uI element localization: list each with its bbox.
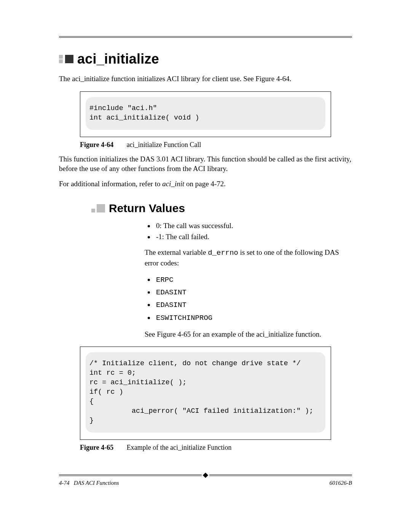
heading-1-row: aci_initialize	[59, 51, 352, 67]
code-block-1: #include "aci.h" int aci_initialize( voi…	[89, 104, 322, 123]
list-item: ESWITCHINPROG	[155, 312, 352, 324]
diamond-icon	[203, 473, 208, 478]
footer-right: 601626-B	[330, 480, 352, 486]
list-item: EDASINT	[155, 286, 352, 299]
post-fig1-p1: This function initializes the DAS 3.01 A…	[59, 154, 352, 174]
return-values-block: 0: The call was successful. -1: The call…	[145, 220, 352, 339]
code-figure-1: #include "aci.h" int aci_initialize( voi…	[80, 91, 331, 137]
footer-rule	[59, 474, 352, 478]
list-item: ERPC	[155, 273, 352, 286]
code-inset-1: #include "aci.h" int aci_initialize( voi…	[86, 97, 325, 130]
errno-pre: The external variable	[145, 248, 208, 256]
figure-1-caption: Figure 4-64 aci_initialize Function Call	[80, 141, 352, 149]
error-code: EDASINT	[156, 301, 186, 309]
page-footer: 4-74 DAS ACI Functions 601626-B	[59, 474, 352, 486]
figure-2-caption: Figure 4-65 Example of the aci_initializ…	[80, 444, 352, 452]
error-code: ESWITCHINPROG	[156, 314, 212, 322]
footer-chapter-title: DAS ACI Functions	[74, 480, 119, 486]
list-item: EDASINT	[155, 299, 352, 311]
figure-2-label: Figure 4-65	[80, 444, 113, 451]
page: aci_initialize The aci_initialize functi…	[0, 0, 411, 532]
post-fig1-p2: For additional information, refer to aci…	[59, 179, 352, 189]
intro-paragraph: The aci_initialize function initializes …	[59, 74, 352, 84]
figure-1-label: Figure 4-64	[80, 141, 113, 149]
heading-bullet-icon	[91, 204, 105, 212]
heading-2: Return Values	[109, 202, 185, 215]
heading-bullet-icon	[59, 55, 73, 63]
footer-text-row: 4-74 DAS ACI Functions 601626-B	[59, 480, 352, 486]
error-code: ERPC	[156, 276, 174, 284]
list-item: -1: The call failed.	[155, 231, 352, 242]
footer-page-number: 4-74	[59, 480, 70, 486]
top-rule	[59, 36, 352, 38]
code-block-2: /* Initialize client, do not change driv…	[89, 359, 322, 426]
figure-2-caption-text: Example of the aci_initialize Function	[127, 444, 232, 451]
error-codes-list: ERPC EDASINT EDASINT ESWITCHINPROG	[145, 273, 352, 324]
code-figure-2: /* Initialize client, do not change driv…	[80, 347, 331, 440]
p2-ref: aci_init	[162, 180, 184, 188]
p2-post: on page 4-72.	[184, 180, 226, 188]
footer-left: 4-74 DAS ACI Functions	[59, 480, 119, 486]
p2-pre: For additional information, refer to	[59, 180, 162, 188]
figure-1-caption-text: aci_initialize Function Call	[127, 141, 201, 149]
see-fig-65: See Figure 4-65 for an example of the ac…	[145, 329, 352, 339]
heading-1: aci_initialize	[77, 51, 159, 67]
error-code: EDASINT	[156, 288, 186, 297]
list-item: 0: The call was successful.	[155, 220, 352, 231]
errno-paragraph: The external variable d_errno is set to …	[145, 248, 352, 268]
errno-code: d_errno	[208, 249, 238, 257]
heading-2-row: Return Values	[91, 202, 352, 215]
return-values-list: 0: The call was successful. -1: The call…	[145, 220, 352, 243]
code-inset-2: /* Initialize client, do not change driv…	[86, 352, 325, 433]
content-frame: aci_initialize The aci_initialize functi…	[59, 36, 352, 457]
